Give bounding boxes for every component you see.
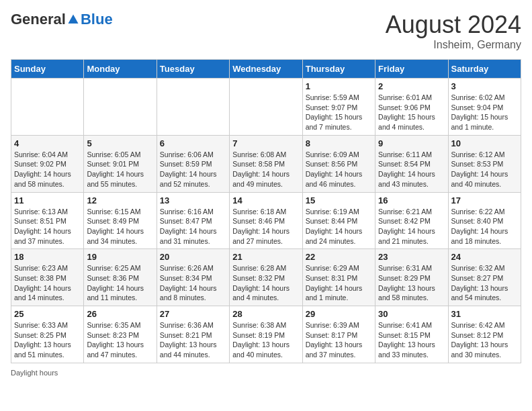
calendar-cell: [11, 79, 84, 136]
calendar-cell: [157, 79, 229, 136]
daylight-label: Daylight hours: [11, 369, 58, 377]
calendar-cell: 5Sunrise: 6:05 AM Sunset: 9:01 PM Daylig…: [84, 135, 157, 192]
day-number: 1: [306, 81, 372, 91]
calendar-cell: 8Sunrise: 6:09 AM Sunset: 8:56 PM Daylig…: [302, 135, 375, 192]
day-info: Sunrise: 6:41 AM Sunset: 8:15 PM Dayligh…: [378, 320, 445, 360]
day-number: 9: [378, 138, 445, 148]
calendar-cell: 14Sunrise: 6:18 AM Sunset: 8:46 PM Dayli…: [230, 192, 302, 249]
day-number: 12: [87, 195, 153, 205]
day-info: Sunrise: 6:19 AM Sunset: 8:44 PM Dayligh…: [306, 207, 372, 246]
day-number: 20: [160, 252, 226, 262]
day-number: 24: [451, 252, 518, 262]
calendar-cell: 26Sunrise: 6:35 AM Sunset: 8:23 PM Dayli…: [84, 306, 157, 363]
logo-blue-text: Blue: [81, 11, 113, 28]
calendar-cell: 19Sunrise: 6:25 AM Sunset: 8:36 PM Dayli…: [84, 249, 157, 306]
calendar-cell: 29Sunrise: 6:39 AM Sunset: 8:17 PM Dayli…: [302, 306, 375, 363]
day-info: Sunrise: 6:22 AM Sunset: 8:40 PM Dayligh…: [451, 207, 518, 246]
day-number: 5: [87, 138, 153, 148]
day-info: Sunrise: 6:39 AM Sunset: 8:17 PM Dayligh…: [306, 320, 372, 360]
day-number: 23: [378, 252, 445, 262]
calendar-day-header: Friday: [375, 60, 448, 79]
logo-general-text: General: [11, 11, 66, 28]
day-info: Sunrise: 6:06 AM Sunset: 8:59 PM Dayligh…: [160, 150, 226, 189]
day-info: Sunrise: 6:38 AM Sunset: 8:19 PM Dayligh…: [232, 320, 299, 360]
day-info: Sunrise: 6:42 AM Sunset: 8:12 PM Dayligh…: [451, 320, 518, 360]
calendar-cell: 20Sunrise: 6:26 AM Sunset: 8:34 PM Dayli…: [157, 249, 229, 306]
day-info: Sunrise: 6:18 AM Sunset: 8:46 PM Dayligh…: [232, 207, 299, 246]
calendar-day-header: Tuesday: [157, 60, 229, 79]
calendar-cell: [84, 79, 157, 136]
day-info: Sunrise: 6:12 AM Sunset: 8:53 PM Dayligh…: [451, 150, 518, 189]
calendar-header-row: SundayMondayTuesdayWednesdayThursdayFrid…: [11, 60, 521, 79]
logo: General Blue: [11, 11, 113, 28]
day-number: 25: [14, 309, 81, 319]
calendar-footer: Daylight hours: [11, 369, 521, 377]
calendar-cell: 12Sunrise: 6:15 AM Sunset: 8:49 PM Dayli…: [84, 192, 157, 249]
calendar-cell: 15Sunrise: 6:19 AM Sunset: 8:44 PM Dayli…: [302, 192, 375, 249]
calendar-cell: 24Sunrise: 6:32 AM Sunset: 8:27 PM Dayli…: [448, 249, 521, 306]
day-number: 13: [160, 195, 226, 205]
calendar-cell: 2Sunrise: 6:01 AM Sunset: 9:06 PM Daylig…: [375, 79, 448, 136]
calendar-day-header: Sunday: [11, 60, 84, 79]
svg-marker-0: [68, 15, 78, 24]
day-info: Sunrise: 6:16 AM Sunset: 8:47 PM Dayligh…: [160, 207, 226, 246]
calendar-cell: 28Sunrise: 6:38 AM Sunset: 8:19 PM Dayli…: [230, 306, 302, 363]
day-info: Sunrise: 6:21 AM Sunset: 8:42 PM Dayligh…: [378, 207, 445, 246]
calendar-cell: 30Sunrise: 6:41 AM Sunset: 8:15 PM Dayli…: [375, 306, 448, 363]
day-info: Sunrise: 5:59 AM Sunset: 9:07 PM Dayligh…: [306, 93, 372, 132]
day-number: 8: [306, 138, 372, 148]
day-info: Sunrise: 6:31 AM Sunset: 8:29 PM Dayligh…: [378, 263, 445, 303]
day-number: 7: [232, 138, 299, 148]
calendar-week-row: 4Sunrise: 6:04 AM Sunset: 9:02 PM Daylig…: [11, 135, 521, 192]
calendar-cell: 11Sunrise: 6:13 AM Sunset: 8:51 PM Dayli…: [11, 192, 84, 249]
calendar-cell: 7Sunrise: 6:08 AM Sunset: 8:58 PM Daylig…: [230, 135, 302, 192]
calendar-cell: 3Sunrise: 6:02 AM Sunset: 9:04 PM Daylig…: [448, 79, 521, 136]
day-number: 10: [451, 138, 518, 148]
day-info: Sunrise: 6:36 AM Sunset: 8:21 PM Dayligh…: [160, 320, 226, 360]
day-number: 3: [451, 81, 518, 91]
calendar-cell: 13Sunrise: 6:16 AM Sunset: 8:47 PM Dayli…: [157, 192, 229, 249]
calendar-cell: 31Sunrise: 6:42 AM Sunset: 8:12 PM Dayli…: [448, 306, 521, 363]
calendar-cell: 18Sunrise: 6:23 AM Sunset: 8:38 PM Dayli…: [11, 249, 84, 306]
day-info: Sunrise: 6:25 AM Sunset: 8:36 PM Dayligh…: [87, 263, 153, 303]
day-number: 27: [160, 309, 226, 319]
day-number: 29: [306, 309, 372, 319]
calendar-cell: [230, 79, 302, 136]
calendar-day-header: Wednesday: [230, 60, 302, 79]
calendar-cell: 1Sunrise: 5:59 AM Sunset: 9:07 PM Daylig…: [302, 79, 375, 136]
calendar-cell: 6Sunrise: 6:06 AM Sunset: 8:59 PM Daylig…: [157, 135, 229, 192]
day-number: 14: [232, 195, 299, 205]
day-number: 18: [14, 252, 81, 262]
calendar-week-row: 11Sunrise: 6:13 AM Sunset: 8:51 PM Dayli…: [11, 192, 521, 249]
logo-icon: [67, 13, 79, 26]
calendar-day-header: Monday: [84, 60, 157, 79]
day-info: Sunrise: 6:33 AM Sunset: 8:25 PM Dayligh…: [14, 320, 81, 360]
page-header: General Blue August 2024 Insheim, German…: [11, 11, 521, 51]
day-info: Sunrise: 6:08 AM Sunset: 8:58 PM Dayligh…: [232, 150, 299, 189]
day-info: Sunrise: 6:23 AM Sunset: 8:38 PM Dayligh…: [14, 263, 81, 303]
day-number: 2: [378, 81, 445, 91]
day-info: Sunrise: 6:35 AM Sunset: 8:23 PM Dayligh…: [87, 320, 153, 360]
day-info: Sunrise: 6:11 AM Sunset: 8:54 PM Dayligh…: [378, 150, 445, 189]
calendar-cell: 16Sunrise: 6:21 AM Sunset: 8:42 PM Dayli…: [375, 192, 448, 249]
day-number: 26: [87, 309, 153, 319]
calendar-cell: 25Sunrise: 6:33 AM Sunset: 8:25 PM Dayli…: [11, 306, 84, 363]
day-info: Sunrise: 6:04 AM Sunset: 9:02 PM Dayligh…: [14, 150, 81, 189]
day-number: 16: [378, 195, 445, 205]
day-number: 22: [306, 252, 372, 262]
day-number: 6: [160, 138, 226, 148]
day-info: Sunrise: 6:15 AM Sunset: 8:49 PM Dayligh…: [87, 207, 153, 246]
calendar-cell: 21Sunrise: 6:28 AM Sunset: 8:32 PM Dayli…: [230, 249, 302, 306]
calendar-cell: 9Sunrise: 6:11 AM Sunset: 8:54 PM Daylig…: [375, 135, 448, 192]
calendar-week-row: 1Sunrise: 5:59 AM Sunset: 9:07 PM Daylig…: [11, 79, 521, 136]
day-number: 28: [232, 309, 299, 319]
day-number: 4: [14, 138, 81, 148]
calendar-week-row: 25Sunrise: 6:33 AM Sunset: 8:25 PM Dayli…: [11, 306, 521, 363]
calendar-cell: 4Sunrise: 6:04 AM Sunset: 9:02 PM Daylig…: [11, 135, 84, 192]
day-info: Sunrise: 6:02 AM Sunset: 9:04 PM Dayligh…: [451, 93, 518, 132]
day-info: Sunrise: 6:29 AM Sunset: 8:31 PM Dayligh…: [306, 263, 372, 303]
month-title: August 2024: [386, 11, 521, 39]
day-info: Sunrise: 6:05 AM Sunset: 9:01 PM Dayligh…: [87, 150, 153, 189]
calendar-cell: 17Sunrise: 6:22 AM Sunset: 8:40 PM Dayli…: [448, 192, 521, 249]
calendar-cell: 22Sunrise: 6:29 AM Sunset: 8:31 PM Dayli…: [302, 249, 375, 306]
